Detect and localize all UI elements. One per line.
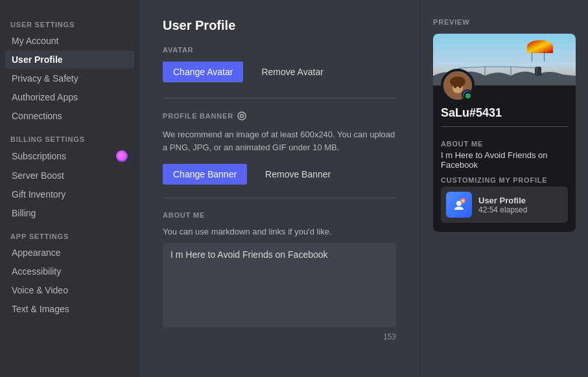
avatar-divider xyxy=(163,98,396,98)
page-title: User Profile xyxy=(163,18,396,33)
customizing-label: CUSTOMIZING MY PROFILE xyxy=(441,176,568,184)
sidebar-item-label: Gift Inventory xyxy=(12,189,65,200)
sidebar-item-label: Server Boost xyxy=(12,170,64,181)
about-me-textarea-container: I m Here to Avoid Friends on Facebook 15… xyxy=(163,243,396,341)
sidebar-item-label: Connections xyxy=(12,111,62,121)
sidebar-item-accessibility[interactable]: Accessibility xyxy=(5,262,134,280)
activity-name: User Profile xyxy=(478,196,527,205)
subscriptions-badge xyxy=(116,150,128,162)
sidebar-item-privacy-safety[interactable]: Privacy & Safety xyxy=(5,69,134,87)
about-me-hint: You can use markdown and links if you'd … xyxy=(163,227,396,236)
sidebar-item-label: Subscriptions xyxy=(12,151,66,161)
svg-point-1 xyxy=(121,155,123,157)
sidebar-item-label: Appearance xyxy=(12,247,61,258)
profile-banner-label: PROFILE BANNER xyxy=(163,112,233,120)
sidebar-item-connections[interactable]: Connections xyxy=(5,107,134,125)
banner-description: We recommend an image of at least 600x24… xyxy=(163,128,396,154)
sidebar-item-authorized-apps[interactable]: Authorized Apps xyxy=(5,88,134,106)
main-content: User Profile AVATAR Change Avatar Remove… xyxy=(139,0,419,377)
profile-username: SaLu#5431 xyxy=(441,106,568,120)
remove-avatar-button[interactable]: Remove Avatar xyxy=(251,62,333,82)
sidebar-item-voice-video[interactable]: Voice & Video xyxy=(5,281,134,299)
remove-banner-button[interactable]: Remove Banner xyxy=(255,164,341,185)
svg-point-13 xyxy=(453,83,463,93)
preview-label: PREVIEW xyxy=(433,18,575,26)
profile-banner-section: PROFILE BANNER xyxy=(163,111,396,120)
sidebar: USER SETTINGS My Account User Profile Pr… xyxy=(0,0,139,377)
nitro-icon xyxy=(237,111,246,120)
svg-line-10 xyxy=(511,67,537,68)
sidebar-item-billing[interactable]: Billing xyxy=(5,204,134,222)
about-me-textarea[interactable]: I m Here to Avoid Friends on Facebook xyxy=(163,243,396,327)
parachute-lines xyxy=(532,52,545,62)
billing-settings-header: BILLING SETTINGS xyxy=(5,130,134,146)
activity-time: 42:54 elapsed xyxy=(478,205,527,214)
sidebar-item-label: Privacy & Safety xyxy=(12,73,78,84)
sidebar-item-my-account[interactable]: My Account xyxy=(5,32,134,50)
sidebar-item-user-profile[interactable]: User Profile xyxy=(5,51,134,69)
char-count: 153 xyxy=(163,332,396,341)
sidebar-item-label: Authorized Apps xyxy=(12,92,78,102)
sidebar-item-label: Text & Images xyxy=(12,304,69,314)
avatar-row: Change Avatar Remove Avatar xyxy=(163,62,396,82)
parachute xyxy=(527,40,553,53)
user-profile-icon xyxy=(451,197,467,212)
svg-line-8 xyxy=(459,67,485,68)
avatar-section-label: AVATAR xyxy=(163,46,396,54)
change-banner-button[interactable]: Change Banner xyxy=(163,164,247,185)
profile-bio: I m Here to Avoid Friends on Facebook xyxy=(441,150,568,170)
sidebar-item-appearance[interactable]: Appearance xyxy=(5,244,134,262)
sidebar-item-gift-inventory[interactable]: Gift Inventory xyxy=(5,185,134,203)
sidebar-item-text-images[interactable]: Text & Images xyxy=(5,300,134,318)
sidebar-item-label: Accessibility xyxy=(12,266,61,277)
sidebar-item-label: Billing xyxy=(12,208,36,218)
about-me-section-label: ABOUT ME xyxy=(163,211,396,219)
profile-details: ABOUT ME I m Here to Avoid Friends on Fa… xyxy=(441,126,568,223)
svg-point-15 xyxy=(459,86,462,88)
profile-avatar-wrapper: ✎ xyxy=(441,69,475,102)
activity-row: User Profile 42:54 elapsed xyxy=(441,187,568,223)
change-avatar-button[interactable]: Change Avatar xyxy=(163,62,243,82)
status-dot xyxy=(464,91,473,100)
preview-panel: PREVIEW xyxy=(419,0,588,377)
activity-info: User Profile 42:54 elapsed xyxy=(478,196,527,214)
banner-divider xyxy=(163,198,396,198)
app-settings-header: APP SETTINGS xyxy=(5,227,134,243)
profile-card: ✎ SaLu#5431 ABOUT ME I m Here to Avoid F… xyxy=(433,34,576,232)
nitro-icon xyxy=(118,152,126,160)
profile-info: SaLu#5431 ABOUT ME I m Here to Avoid Fri… xyxy=(433,102,576,232)
sidebar-item-label: Voice & Video xyxy=(12,285,68,295)
svg-point-2 xyxy=(238,112,246,120)
svg-point-14 xyxy=(454,86,456,88)
sidebar-item-label: User Profile xyxy=(12,54,63,65)
sidebar-item-server-boost[interactable]: Server Boost xyxy=(5,166,134,185)
sidebar-item-subscriptions[interactable]: Subscriptions xyxy=(5,146,134,166)
svg-point-3 xyxy=(240,115,243,118)
activity-icon xyxy=(446,192,472,218)
sidebar-item-label: My Account xyxy=(12,36,58,46)
banner-row: Change Banner Remove Banner xyxy=(163,164,396,185)
about-me-preview-label: ABOUT ME xyxy=(441,140,568,148)
user-settings-header: USER SETTINGS xyxy=(5,16,134,31)
